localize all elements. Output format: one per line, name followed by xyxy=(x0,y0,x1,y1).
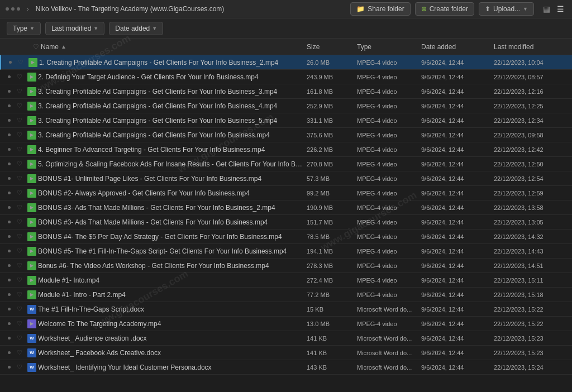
table-row[interactable]: ♡WWorksheet_ Audience creation .docx141 … xyxy=(0,331,572,346)
row-indicator xyxy=(4,148,13,151)
row-favorite[interactable]: ♡ xyxy=(13,233,26,240)
row-favorite[interactable]: ♡ xyxy=(13,175,26,182)
row-file-name: BONUS #1- Unlimited Page Likes - Get Cli… xyxy=(38,175,307,183)
row-date-added: 9/6/2024, 12:44 xyxy=(421,161,494,168)
row-favorite[interactable]: ♡ xyxy=(13,102,26,109)
th-date-added[interactable]: Date added xyxy=(421,43,494,51)
table-row[interactable]: ♡▶Module #1- Into.mp4272.4 MBMPEG-4 vide… xyxy=(0,273,572,288)
table-row[interactable]: ♡▶Welcome To The Targeting Academy.mp413… xyxy=(0,317,572,331)
row-file-icon: ▶ xyxy=(26,247,38,256)
row-file-type: MPEG-4 video xyxy=(357,219,421,226)
th-size[interactable]: Size xyxy=(307,43,357,51)
view-toggle: ▦ ☰ xyxy=(541,3,566,15)
row-file-icon: W xyxy=(26,334,38,343)
dot-2 xyxy=(11,7,15,11)
table-row[interactable]: ♡▶4. Beginner To Advanced Targeting - Ge… xyxy=(0,142,572,157)
row-file-name: 3. Creating Profitable Ad Campaigns - Ge… xyxy=(38,102,307,110)
last-modified-filter-button[interactable]: Last modified ▼ xyxy=(45,22,104,35)
row-file-size: 13.0 MB xyxy=(307,321,357,327)
row-last-modified: 22/12/2023, 08:57 xyxy=(494,74,572,80)
date-added-filter-button[interactable]: Date added ▼ xyxy=(109,22,163,35)
create-folder-button[interactable]: ⊕ Create folder xyxy=(415,2,474,16)
row-file-type: MPEG-4 video xyxy=(357,146,421,153)
table-row[interactable]: ♡WWorksheet_ Facebook Ads Creative.docx1… xyxy=(0,346,572,360)
row-favorite[interactable]: ♡ xyxy=(15,59,27,66)
row-favorite[interactable]: ♡ xyxy=(13,305,26,313)
row-indicator xyxy=(4,308,13,310)
row-file-size: 226.2 MB xyxy=(307,146,357,153)
table-row[interactable]: ♡▶5. Optimizing & Scaling Facebook Ads F… xyxy=(0,157,572,171)
date-added-filter-label: Date added xyxy=(115,25,150,32)
row-file-name: 3. Creating Profitable Ad Campaigns - Ge… xyxy=(38,131,307,139)
row-file-type: MPEG-4 video xyxy=(357,103,421,109)
grid-view-button[interactable]: ▦ xyxy=(541,3,552,15)
table-row[interactable]: ♡▶Module #1- Intro - Part 2.mp477.2 MBMP… xyxy=(0,288,572,302)
table-row[interactable]: ♡▶BONUS #3- Ads That Made Millions - Get… xyxy=(0,215,572,230)
row-file-type: MPEG-4 video xyxy=(357,161,421,168)
table-row[interactable]: ♡▶3. Creating Profitable Ad Campaigns - … xyxy=(0,99,572,113)
table-row[interactable]: ♡▶BONUS #5- The #1 Fill-In-The-Gaps Scri… xyxy=(0,244,572,259)
row-last-modified: 22/12/2023, 15:23 xyxy=(494,335,572,342)
table-row[interactable]: ♡▶3. Creating Profitable Ad Campaigns - … xyxy=(0,128,572,142)
row-file-size: 278.3 MB xyxy=(307,262,357,269)
type-filter-arrow: ▼ xyxy=(30,26,35,31)
table-row[interactable]: ♡▶3. Creating Profitable Ad Campaigns - … xyxy=(0,113,572,128)
th-last-modified[interactable]: Last modified xyxy=(494,43,572,51)
table-row[interactable]: ♡WWorksheet_ Identifying Your Ideal Cust… xyxy=(0,360,572,375)
row-file-icon: ▶ xyxy=(26,290,38,299)
row-indicator xyxy=(4,235,13,238)
row-indicator xyxy=(4,162,13,165)
row-file-name: 5. Optimizing & Scaling Facebook Ads For… xyxy=(38,160,307,168)
row-indicator xyxy=(4,279,13,281)
row-favorite[interactable]: ♡ xyxy=(13,247,26,255)
table-row[interactable]: ♡▶1. Creating Profitable Ad Campaigns - … xyxy=(0,55,572,70)
table-row[interactable]: ♡▶2. Defining Your Target Audience - Get… xyxy=(0,70,572,84)
row-favorite[interactable]: ♡ xyxy=(13,146,26,153)
row-favorite[interactable]: ♡ xyxy=(13,117,26,124)
row-file-type: MPEG-4 video xyxy=(357,204,421,211)
row-favorite[interactable]: ♡ xyxy=(13,334,26,342)
row-indicator xyxy=(4,119,13,122)
dot-1 xyxy=(6,7,9,11)
row-favorite[interactable]: ♡ xyxy=(13,276,26,284)
row-favorite[interactable]: ♡ xyxy=(13,131,26,138)
table-row[interactable]: ♡▶BONUS #2- Always Approved - Get Client… xyxy=(0,186,572,200)
row-favorite[interactable]: ♡ xyxy=(13,291,26,298)
row-favorite[interactable]: ♡ xyxy=(13,364,26,371)
type-filter-button[interactable]: Type ▼ xyxy=(7,22,41,35)
table-row[interactable]: ♡▶Bonus #6- The Video Ads Workshop - Get… xyxy=(0,259,572,273)
table-row[interactable]: ♡▶BONUS #1- Unlimited Page Likes - Get C… xyxy=(0,171,572,186)
row-file-size: 77.2 MB xyxy=(307,291,357,298)
upload-button[interactable]: ⬆ Upload... ▼ xyxy=(479,2,534,16)
row-favorite[interactable]: ♡ xyxy=(13,349,26,356)
row-date-added: 9/6/2024, 12:44 xyxy=(421,219,494,226)
table-row[interactable]: ♡WThe #1 Fill-In-The-Gaps Script.docx15 … xyxy=(0,302,572,317)
row-favorite[interactable]: ♡ xyxy=(13,88,26,95)
row-file-type: MPEG-4 video xyxy=(357,88,421,95)
row-indicator xyxy=(4,250,13,252)
table-row[interactable]: ♡▶BONUS #4- The $5 Per Day Ad Strategy -… xyxy=(0,230,572,244)
row-favorite[interactable]: ♡ xyxy=(13,189,26,197)
row-date-added: 9/6/2024, 12:44 xyxy=(421,103,494,109)
row-file-icon: ▶ xyxy=(26,203,38,212)
row-indicator xyxy=(6,61,15,64)
share-folder-button[interactable]: 📁 Share folder xyxy=(350,2,410,16)
th-type[interactable]: Type xyxy=(357,43,421,51)
row-file-size: 190.9 MB xyxy=(307,204,357,211)
row-file-name: Worksheet_ Identifying Your Ideal Custom… xyxy=(38,364,307,371)
row-favorite[interactable]: ♡ xyxy=(13,320,26,327)
list-view-button[interactable]: ☰ xyxy=(555,3,566,15)
row-favorite[interactable]: ♡ xyxy=(13,262,26,269)
row-favorite[interactable]: ♡ xyxy=(13,218,26,226)
row-favorite[interactable]: ♡ xyxy=(13,160,26,168)
row-indicator xyxy=(4,75,13,78)
row-favorite[interactable]: ♡ xyxy=(13,73,26,80)
row-favorite[interactable]: ♡ xyxy=(13,204,26,211)
th-name[interactable]: Name ▲ xyxy=(41,43,307,51)
table-row[interactable]: ♡▶BONUS #3- Ads That Made Millions - Get… xyxy=(0,200,572,215)
create-icon: ⊕ xyxy=(421,5,427,13)
row-file-name: BONUS #3- Ads That Made Millions - Get C… xyxy=(38,218,307,226)
row-file-icon: ▶ xyxy=(26,319,38,328)
row-date-added: 9/6/2024, 12:44 xyxy=(421,350,494,356)
table-row[interactable]: ♡▶3. Creating Profitable Ad Campaigns - … xyxy=(0,84,572,99)
